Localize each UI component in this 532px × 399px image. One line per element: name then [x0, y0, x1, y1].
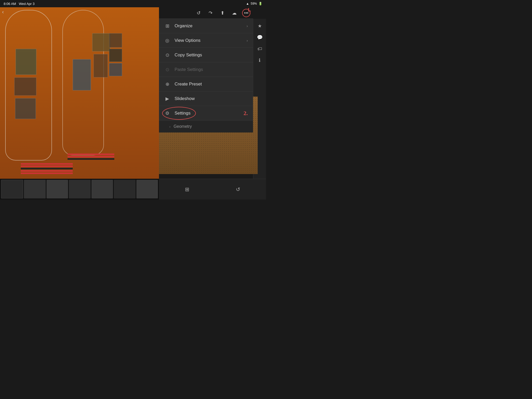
menu-item-view-options[interactable]: ◎ View Options ›: [159, 33, 253, 48]
cloud-btn-right[interactable]: ☁: [230, 9, 238, 17]
create-preset-icon: ⊕: [164, 81, 170, 87]
artwork-image: [0, 7, 159, 200]
view-options-chevron: ›: [247, 38, 248, 43]
collage-rect-3: [15, 98, 36, 119]
menu-item-slideshow[interactable]: ▶ Slideshow: [159, 91, 253, 106]
collage-rect-9: [109, 63, 122, 76]
slideshow-icon: ▶: [164, 96, 170, 102]
settings-icon: ⚙: [164, 110, 170, 116]
time: 8:06 AM: [4, 2, 16, 6]
star-icon[interactable]: ★: [255, 21, 264, 31]
geometry-chevron: ›: [169, 125, 170, 129]
share-btn-right[interactable]: ⬆: [218, 9, 227, 17]
time-date: 8:06 AM Wed Apr 3: [4, 2, 35, 6]
battery-icon: 🔋: [258, 2, 262, 5]
paste-settings-label: Paste Settings: [175, 67, 248, 72]
tag-icon[interactable]: 🏷: [255, 44, 264, 54]
menu-item-organize[interactable]: ⊞ Organize ›: [159, 19, 253, 33]
thumbnail-4[interactable]: [69, 180, 90, 198]
thumbnail-6[interactable]: [114, 180, 135, 198]
collage-rect-2: [14, 77, 36, 96]
panel-bottom: ⊞ ↺: [159, 179, 266, 200]
status-icons: ▲ 59% 🔋: [246, 2, 262, 5]
collage-rect-7: [109, 33, 122, 48]
sub-item-geometry[interactable]: › Geometry: [159, 121, 253, 132]
status-bar: 8:06 AM Wed Apr 3 ▲ 59% 🔋: [0, 0, 266, 7]
organize-label: Organize: [175, 23, 242, 29]
collage-rect-8: [109, 49, 122, 62]
slideshow-label: Slideshow: [175, 96, 248, 101]
wifi-icon: ▲: [246, 2, 249, 5]
settings-label: Settings: [175, 111, 248, 116]
more-btn-right[interactable]: •••: [242, 9, 250, 17]
menu-item-paste-settings[interactable]: ⊙ Paste Settings: [159, 62, 253, 77]
menu-item-copy-settings[interactable]: ⊙ Copy Settings: [159, 48, 253, 62]
menu-item-create-preset[interactable]: ⊕ Create Preset: [159, 77, 253, 91]
rotate-icon[interactable]: ↺: [233, 184, 243, 195]
copy-settings-label: Copy Settings: [175, 52, 248, 58]
stripes-right: [68, 154, 114, 161]
battery-percent: 59%: [251, 2, 257, 5]
thumbnail-strip[interactable]: [0, 179, 159, 200]
view-options-label: View Options: [175, 38, 242, 43]
thumbnail-7[interactable]: [136, 180, 158, 198]
stripes: [21, 163, 73, 179]
collage-rect-1: [16, 49, 36, 75]
thumbnail-1[interactable]: [1, 180, 23, 198]
redo-btn-right[interactable]: ↷: [206, 9, 215, 17]
geometry-label: Geometry: [174, 124, 192, 129]
undo-btn-right[interactable]: ↺: [194, 9, 203, 17]
create-preset-label: Create Preset: [175, 82, 248, 87]
comment-icon[interactable]: 💬: [255, 33, 264, 42]
organize-icon: ⊞: [164, 23, 170, 29]
menu-item-settings[interactable]: ⚙ Settings 2.: [159, 106, 253, 121]
info-icon[interactable]: ℹ: [255, 56, 264, 65]
view-options-icon: ◎: [164, 38, 170, 43]
collage-rect-5: [94, 54, 108, 77]
thumbnail-3[interactable]: [46, 180, 68, 198]
right-toolbar: ↺ ↷ ⬆ ☁ •••: [159, 7, 253, 19]
organize-chevron: ›: [247, 24, 248, 28]
back-button[interactable]: ‹: [2, 9, 4, 15]
thumbnail-2[interactable]: [24, 180, 45, 198]
grid-view-icon[interactable]: ⊞: [182, 184, 192, 195]
collage-rect-6: [92, 33, 110, 51]
paste-settings-icon: ⊙: [164, 67, 170, 72]
dropdown-menu: ⊞ Organize › ◎ View Options › ⊙ Copy Set…: [159, 19, 253, 132]
date: Wed Apr 3: [19, 2, 35, 6]
copy-settings-icon: ⊙: [164, 52, 170, 58]
image-area: [0, 7, 159, 200]
thumbnail-5[interactable]: [91, 180, 113, 198]
collage-rect-4: [73, 59, 91, 90]
